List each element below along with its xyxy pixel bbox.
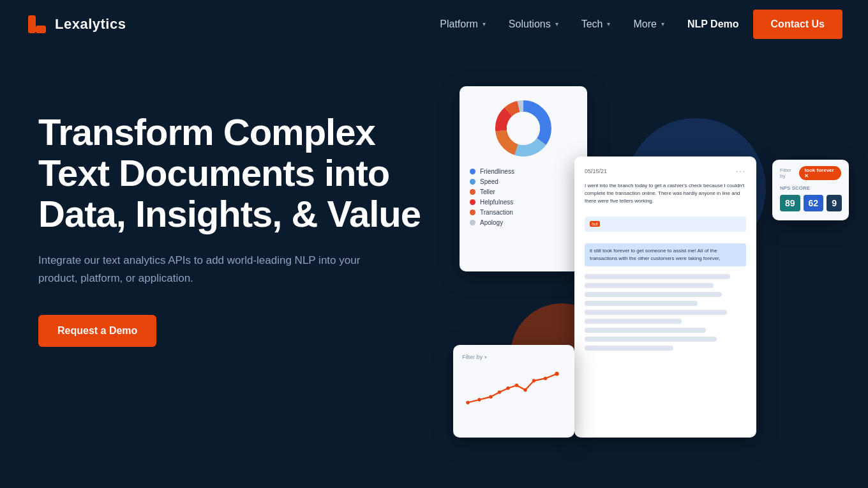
text-line	[585, 310, 727, 315]
contact-us-button[interactable]: Contact Us	[753, 10, 842, 39]
svg-point-12	[489, 395, 492, 399]
nav-item-contact: Contact Us	[753, 10, 842, 39]
text-line	[585, 274, 730, 279]
text-analysis-card: 05/15/21 ··· I went into the branch toda…	[574, 156, 756, 438]
legend-item: Transaction	[470, 209, 577, 216]
chevron-down-icon: ▾	[483, 20, 486, 27]
highlight-span-but: but	[590, 221, 600, 227]
nav-item-solutions: Solutions ▾	[500, 13, 567, 35]
chevron-down-icon: ▾	[555, 20, 558, 27]
nav-link-tech[interactable]: Tech ▾	[572, 13, 620, 35]
svg-point-11	[477, 398, 481, 401]
nps-label: NPS SCORE	[780, 185, 841, 191]
svg-rect-0	[28, 15, 36, 33]
nps-filter-row: Filter by took forever ✕	[780, 166, 841, 180]
svg-point-13	[498, 390, 501, 393]
legend-dot	[470, 210, 475, 215]
hero-title: Transform Complex Text Documents into Da…	[38, 112, 434, 234]
nps-score-1: 89	[780, 195, 800, 211]
text-line	[585, 292, 722, 297]
donut-chart-wrap	[470, 96, 577, 160]
legend-item: Apology	[470, 219, 577, 226]
nps-filter-tag: took forever ✕	[799, 166, 841, 180]
svg-point-15	[515, 384, 518, 387]
nav-item-platform: Platform ▾	[431, 13, 495, 35]
svg-point-16	[523, 388, 527, 392]
text-card-menu-icon: ···	[736, 167, 746, 176]
legend-item: Friendliness	[470, 168, 577, 175]
legend-item: Helpfulness	[470, 199, 577, 206]
text-line	[585, 337, 717, 342]
logo-text: Lexalytics	[55, 16, 126, 33]
nav-links: Platform ▾ Solutions ▾ Tech ▾ More ▾ NLP	[431, 10, 842, 39]
nps-scores: 89 62 9	[780, 195, 841, 211]
text-line	[585, 283, 714, 288]
legend-item: Speed	[470, 178, 577, 185]
nav-item-tech: Tech ▾	[572, 13, 620, 35]
svg-rect-1	[36, 26, 46, 33]
nav-item-more: More ▾	[624, 13, 673, 35]
text-line	[585, 319, 682, 324]
legend-dot	[470, 169, 475, 174]
text-line	[585, 301, 698, 306]
highlight-text-1: but	[590, 220, 741, 228]
text-line	[585, 328, 706, 333]
nps-score-card: Filter by took forever ✕ NPS SCORE 89 62…	[772, 160, 849, 220]
legend-item: Teller	[470, 188, 577, 195]
svg-point-18	[544, 377, 547, 380]
chevron-down-icon: ▾	[607, 20, 610, 27]
line-chart-svg	[462, 364, 565, 415]
nav-link-solutions[interactable]: Solutions ▾	[500, 13, 567, 35]
hero-illustration: Friendliness Speed Teller Helpfulness Tr…	[447, 86, 830, 457]
svg-point-19	[555, 372, 558, 376]
logo-icon	[26, 13, 49, 36]
text-highlight-block-2: it still took forever to get someone to …	[585, 243, 746, 266]
hero-section: Transform Complex Text Documents into Da…	[0, 48, 868, 488]
nav-link-nlp-demo[interactable]: NLP Demo	[678, 13, 748, 35]
request-demo-button[interactable]: Request a Demo	[38, 315, 156, 347]
donut-legend: Friendliness Speed Teller Helpfulness Tr…	[470, 168, 577, 226]
chevron-down-icon: ▾	[661, 20, 664, 27]
logo-link[interactable]: Lexalytics	[26, 13, 126, 36]
nav-item-nlp-demo: NLP Demo	[678, 13, 748, 35]
legend-dot	[470, 220, 475, 225]
svg-point-14	[506, 386, 509, 390]
hero-subtitle: Integrate our text analytics APIs to add…	[38, 252, 370, 286]
highlight-text-2: it still took forever to get someone to …	[590, 247, 741, 263]
text-card-content: I went into the branch today to get a ca…	[585, 182, 746, 351]
navbar: Lexalytics Platform ▾ Solutions ▾ Tech ▾…	[0, 0, 868, 48]
hero-content: Transform Complex Text Documents into Da…	[38, 86, 434, 347]
text-card-date: 05/15/21	[585, 168, 607, 174]
svg-point-10	[466, 401, 469, 404]
nav-link-more[interactable]: More ▾	[624, 13, 673, 35]
line-chart-filter-label: Filter by ▾	[462, 354, 565, 360]
nps-score-3: 9	[827, 195, 842, 211]
legend-dot	[470, 199, 475, 205]
donut-chart-svg	[491, 96, 555, 160]
donut-chart-card: Friendliness Speed Teller Helpfulness Tr…	[460, 86, 587, 271]
text-card-review: I went into the branch today to get a ca…	[585, 182, 746, 205]
text-line	[585, 346, 673, 351]
legend-dot	[470, 179, 475, 185]
svg-point-17	[532, 379, 535, 382]
nps-score-2: 62	[804, 195, 824, 211]
legend-dot	[470, 189, 475, 195]
text-card-header: 05/15/21 ···	[585, 167, 746, 176]
text-highlight-block: but	[585, 217, 746, 232]
line-chart-card: Filter by ▾	[453, 345, 574, 438]
nav-link-platform[interactable]: Platform ▾	[431, 13, 495, 35]
svg-point-9	[507, 112, 540, 145]
